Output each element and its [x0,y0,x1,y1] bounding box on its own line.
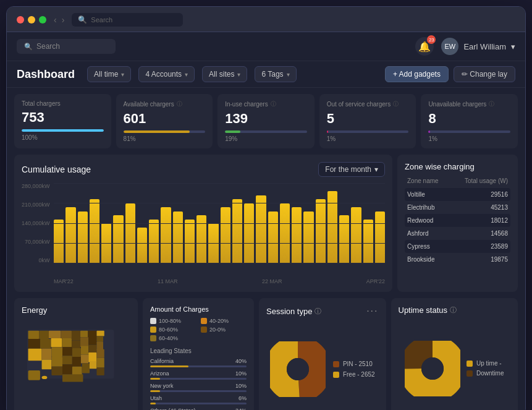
legend-row-1: 100-80% 40-20% [150,318,247,324]
state-va [88,345,96,352]
uptime-pie-chart [405,341,460,396]
state-co [51,357,62,367]
info-icon: ⓘ [271,100,276,108]
legend-row-3: 60-40% [150,335,247,341]
add-gadgets-button[interactable]: + Add gadgets [385,66,449,82]
legend-color-40 [201,318,207,324]
state-wi [72,331,80,341]
zone-header-row: Zone name Total usage (W) [405,177,510,184]
address-bar[interactable]: 🔍 Search [72,13,183,27]
stat-inuse-value: 139 [225,111,307,127]
state-name-0: California [150,358,174,364]
state-row-1: Arizona 10% [150,370,247,380]
energy-title: Energy [22,305,130,315]
chevron-down-icon: ▾ [511,42,515,51]
period-button[interactable]: For the month ▾ [318,162,385,177]
state-bar-fill-1 [150,378,160,380]
legend-color-20 [201,327,207,333]
bar-21 [303,211,313,264]
notification-button[interactable]: 🔔 23 [415,37,434,56]
bar-item-2 [78,183,88,263]
stat-total-bar-bg [22,129,104,132]
state-name-4: Others (46 States) [150,408,196,410]
stat-available-chargers: Available chargers ⓘ 601 81% [116,94,213,148]
bottom-section: Energy [14,298,518,410]
accounts-filter[interactable]: 4 Accounts ▾ [138,66,195,82]
stat-available-bar [124,130,190,133]
zone-charging-card: Zone wise charging Zone name Total usage… [397,155,518,292]
time-filter[interactable]: All time ▾ [87,66,131,82]
zone-row-5: Brookside 19875 [405,253,510,266]
bar-item-14 [221,183,230,263]
stat-available-percent: 81% [124,135,206,142]
bar-item-7 [137,183,147,263]
state-pa [88,336,96,345]
chevron-down-icon: ▾ [374,165,378,174]
avatar: EW [441,38,458,55]
state-nv [42,349,52,360]
bar-item-23 [327,183,337,263]
zone-value-2: 18012 [491,217,508,224]
stat-unavailable-chargers: Unavailable chargers ⓘ 8 1% [421,94,518,148]
state-tn [81,354,88,363]
state-al [90,361,96,369]
zone-name-0: Voltille [407,191,425,198]
bar-item-12 [196,183,206,263]
time-filter-label: All time [94,70,118,79]
stat-outofservice-label: Out of service chargers ⓘ [327,100,409,108]
leading-states-title: Leading States [150,348,247,354]
energy-card: Energy [14,298,138,410]
state-md [96,341,103,350]
browser-chrome: ‹ › 🔍 Search [7,7,525,32]
bar-8 [149,220,159,264]
zone-name-2: Redwood [407,217,433,224]
state-id [40,339,51,349]
y-label-210: 210,000kW [22,202,53,208]
bar-15 [232,199,242,263]
info-icon: ⓘ [315,307,321,316]
sites-filter[interactable]: All sites ▾ [202,66,247,82]
bar-14 [221,207,230,263]
user-menu[interactable]: EW Earl William ▾ [441,38,515,55]
tags-filter[interactable]: 6 Tags ▾ [255,66,296,82]
back-arrow[interactable]: ‹ [54,15,57,25]
session-title: Session type [266,307,312,316]
legend-80-60: 80-60% [150,327,196,333]
maximize-button[interactable] [39,16,46,23]
x-label-mar22: MAR'22 [54,278,74,284]
state-ms [82,364,90,374]
search-box[interactable]: 🔍 Search [17,39,116,54]
bar-item-13 [208,183,218,263]
stat-unavailable-value: 8 [428,111,510,127]
forward-arrow[interactable]: › [62,15,65,25]
minimize-button[interactable] [28,16,35,23]
session-pie-area: PIN - 2510 Free - 2652 [266,322,379,410]
bar-9 [161,207,171,263]
state-bar-bg-2 [150,390,247,392]
chart-title: Cumulative usage [22,164,91,174]
state-mt [39,331,49,339]
state-az [42,359,52,369]
bar-item-20 [292,183,302,263]
state-ga [96,358,104,368]
state-ne [62,347,72,356]
state-pct-1: 10% [235,370,247,377]
state-nd [49,331,61,338]
x-label-11mar: 11 MAR [158,278,178,284]
uptime-header: Uptime status ⓘ [399,305,511,315]
state-name-3: Utah [150,395,162,401]
state-row-4: Others (46 States) 34% [150,408,247,410]
nav-arrows: ‹ › [54,15,64,25]
more-options-button[interactable]: ··· [366,305,378,317]
bar-1 [65,207,75,263]
state-row-0: California 40% [150,358,247,367]
bar-4 [101,223,111,263]
y-axis-labels: 280,000kW 210,000kW 140,000kW 70,000kW 0… [22,183,53,276]
close-button[interactable] [17,16,24,23]
stat-unavailable-bar-bg [428,130,510,133]
state-bar-fill-2 [150,390,160,392]
change-layout-button[interactable]: ✏ Change lay [454,66,515,82]
add-gadgets-label: + Add gadgets [393,70,441,79]
zone-value-0: 29516 [491,191,508,198]
search-placeholder: Search [36,42,60,51]
